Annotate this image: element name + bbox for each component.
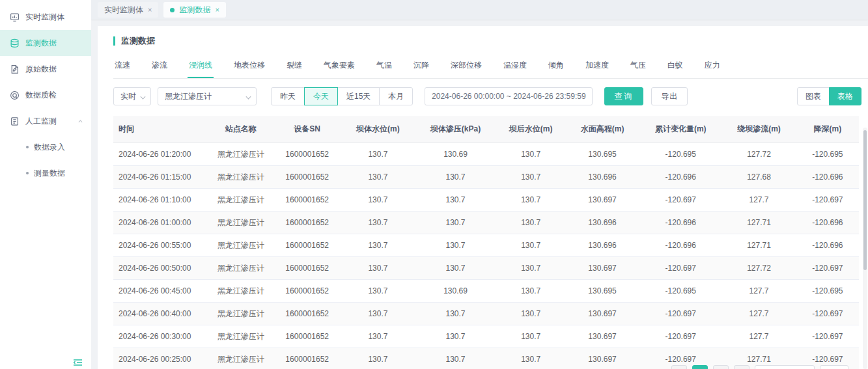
- cell-value: 130.7: [415, 166, 497, 189]
- pagination-page-button[interactable]: [713, 365, 729, 369]
- close-icon[interactable]: ×: [215, 6, 219, 14]
- cell-value: 130.69: [415, 280, 497, 303]
- workspace-tab-monitor-data[interactable]: 监测数据 ×: [163, 2, 225, 18]
- column-header: 时间: [113, 116, 209, 143]
- data-table: 时间 站点名称 设备SN 坝体水位(m) 坝体渗压(kPa) 坝后水位(m) 水…: [113, 116, 859, 369]
- preset-thismonth-button[interactable]: 本月: [379, 87, 413, 105]
- tab-air-pressure[interactable]: 气压: [629, 56, 647, 78]
- sidebar-item-monitor-data[interactable]: 监测数据: [0, 30, 91, 56]
- tab-air-temperature[interactable]: 气温: [375, 56, 393, 78]
- cell-value: 130.7: [341, 257, 414, 280]
- tab-flow-speed[interactable]: 流速: [113, 56, 132, 78]
- table-header-row: 时间 站点名称 设备SN 坝体水位(m) 坝体渗压(kPa) 坝后水位(m) 水…: [113, 116, 859, 143]
- preset-yesterday-button[interactable]: 昨天: [271, 87, 305, 105]
- panel-title: 监测数据: [113, 35, 868, 47]
- preset-last15days-button[interactable]: 近15天: [337, 87, 380, 105]
- table-row[interactable]: 2024-06-26 00:45:00黑龙江渗压计1600001652130.7…: [113, 280, 859, 303]
- sidebar-item-raw-data[interactable]: 原始数据: [0, 56, 91, 82]
- cell-value: 127.72: [721, 143, 796, 166]
- sidebar-item-label: 数据质检: [25, 90, 57, 101]
- tab-acceleration[interactable]: 加速度: [584, 56, 610, 78]
- database-icon: [10, 38, 20, 48]
- cell-value: -120.697: [639, 257, 721, 280]
- table-row[interactable]: 2024-06-26 00:40:00黑龙江渗压计1600001652130.7…: [113, 303, 859, 325]
- cell-sn: 1600001652: [273, 189, 341, 212]
- sidebar-item-data-quality[interactable]: 数据质检: [0, 82, 91, 108]
- cell-sn: 1600001652: [273, 234, 341, 257]
- sidebar-subitem-measure-data[interactable]: 测量数据: [0, 160, 91, 186]
- pagination-page-button[interactable]: [692, 365, 708, 369]
- table-row[interactable]: 2024-06-26 00:50:00黑龙江渗压计1600001652130.7…: [113, 257, 859, 280]
- date-range-input[interactable]: 2024-06-26 00:00:00 ~ 2024-06-26 23:59:5…: [425, 87, 593, 105]
- cell-station: 黑龙江渗压计: [209, 189, 273, 212]
- tab-temp-humidity[interactable]: 温湿度: [502, 56, 528, 78]
- chevron-up-icon[interactable]: [77, 118, 83, 124]
- tab-termite[interactable]: 白蚁: [666, 56, 684, 78]
- cell-value: 127.7: [721, 325, 796, 348]
- preset-today-button[interactable]: 今天: [304, 87, 338, 105]
- filter-bar: 实时 黑龙江渗压计 昨天 今天 近15天 本月 2024-06-26 00:00…: [113, 87, 868, 105]
- table-row[interactable]: 2024-06-26 01:20:00黑龙江渗压计1600001652130.7…: [113, 143, 859, 166]
- tab-settlement[interactable]: 沉降: [412, 56, 430, 78]
- query-button[interactable]: 查询: [604, 87, 643, 105]
- table-row[interactable]: 2024-06-26 01:10:00黑龙江渗压计1600001652130.7…: [113, 189, 859, 212]
- chart-view-button[interactable]: 图表: [797, 87, 830, 105]
- column-header: 设备SN: [273, 116, 341, 143]
- pagination-pagesize-select[interactable]: [755, 365, 815, 369]
- table-row[interactable]: 2024-06-26 00:30:00黑龙江渗压计1600001652130.7…: [113, 325, 859, 348]
- cell-value: 130.7: [496, 143, 565, 166]
- workspace-tabbar: 实时监测体 × 监测数据 ×: [91, 0, 868, 20]
- cell-time: 2024-06-26 00:45:00: [113, 280, 209, 303]
- station-select[interactable]: 黑龙江渗压计: [158, 87, 257, 105]
- pagination-goto-input[interactable]: [820, 365, 848, 369]
- sidebar-subitem-data-entry[interactable]: 数据录入: [0, 134, 91, 160]
- tab-crack[interactable]: 裂缝: [285, 56, 303, 78]
- column-header: 坝后水位(m): [496, 116, 565, 143]
- table-view-button[interactable]: 表格: [829, 87, 861, 105]
- metric-type-tabs: 流速 渗流 浸润线 地表位移 裂缝 气象要素 气温 沉降 深部位移 温湿度 倾角…: [113, 56, 868, 79]
- cell-value: 130.7: [341, 234, 414, 257]
- cell-station: 黑龙江渗压计: [209, 212, 273, 234]
- pagination-prev-button[interactable]: [671, 365, 687, 369]
- sidebar-subitem-label: 数据录入: [34, 142, 65, 153]
- pagination-page-button[interactable]: [734, 365, 749, 369]
- cell-value: 130.696: [565, 212, 639, 234]
- cell-value: 130.7: [496, 212, 565, 234]
- sidebar-item-manual-monitor[interactable]: 人工监测: [0, 108, 91, 134]
- tab-deep-displacement[interactable]: 深部位移: [449, 56, 483, 78]
- table-row[interactable]: 2024-06-26 00:55:00黑龙江渗压计1600001652130.7…: [113, 234, 859, 257]
- table-row[interactable]: 2024-06-26 01:00:00黑龙江渗压计1600001652130.7…: [113, 212, 859, 234]
- table-scrollbar[interactable]: [863, 128, 867, 369]
- tab-saturation-line[interactable]: 浸润线: [188, 56, 214, 78]
- tab-stress[interactable]: 应力: [703, 56, 721, 78]
- view-toggle: 图表 表格: [797, 87, 861, 105]
- export-button[interactable]: 导出: [651, 87, 688, 105]
- sidebar-collapse-icon[interactable]: [73, 359, 83, 366]
- sidebar-item-realtime-monitor[interactable]: 实时监测体: [0, 4, 91, 30]
- notebook-icon: [10, 116, 20, 126]
- sidebar-item-label: 监测数据: [25, 38, 57, 49]
- tab-surface-displacement[interactable]: 地表位移: [232, 56, 266, 78]
- mode-select[interactable]: 实时: [113, 87, 151, 105]
- tab-meteorology[interactable]: 气象要素: [322, 56, 356, 78]
- panel-title-text: 监测数据: [121, 35, 155, 47]
- tab-inclination[interactable]: 倾角: [547, 56, 565, 78]
- cell-value: 130.696: [565, 166, 639, 189]
- cell-value: 127.7: [721, 303, 796, 325]
- main-panel: 监测数据 流速 渗流 浸润线 地表位移 裂缝 气象要素 气温 沉降 深部位移 温…: [98, 26, 868, 369]
- scrollbar-thumb[interactable]: [863, 130, 867, 270]
- cell-station: 黑龙江渗压计: [209, 166, 273, 189]
- cell-value: -120.696: [639, 234, 721, 257]
- cell-value: 130.7: [415, 348, 497, 369]
- table-row[interactable]: 2024-06-26 01:15:00黑龙江渗压计1600001652130.7…: [113, 166, 859, 189]
- workspace-tab-realtime[interactable]: 实时监测体 ×: [98, 2, 158, 18]
- bullet-icon: [26, 172, 29, 174]
- cell-value: 130.7: [415, 303, 497, 325]
- cell-value: 130.7: [341, 166, 414, 189]
- cell-value: 130.7: [341, 303, 414, 325]
- tab-label: 实时监测体: [104, 5, 143, 16]
- cell-value: -120.696: [796, 212, 859, 234]
- cell-value: 130.697: [565, 257, 639, 280]
- close-icon[interactable]: ×: [148, 6, 152, 14]
- tab-seepage[interactable]: 渗流: [150, 56, 169, 78]
